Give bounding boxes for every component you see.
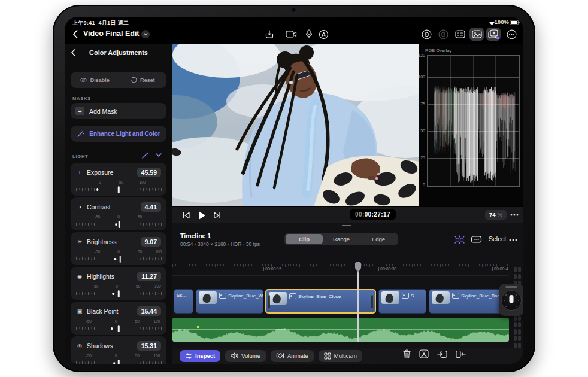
back-button[interactable] — [72, 30, 78, 38]
control-value[interactable]: 45.59 — [137, 168, 161, 177]
volume-button[interactable]: Volume — [225, 350, 266, 362]
reset-label: Reset — [140, 77, 155, 83]
light-collapse-chevron[interactable] — [156, 153, 162, 157]
overwrite-mode-icon[interactable] — [471, 235, 482, 244]
panel-resize-handle[interactable] — [342, 225, 351, 229]
control-value[interactable]: 11.27 — [137, 272, 161, 281]
photo-icon — [219, 293, 226, 299]
control-slider[interactable]: -50050100 — [76, 354, 161, 364]
clip-name: Sk… — [177, 293, 187, 298]
clip-name: S… — [402, 293, 419, 299]
light-control-brightness[interactable]: ☀ Brightness 9.07 -50050100 — [71, 232, 166, 265]
playhead-handle[interactable] — [354, 262, 362, 273]
inspector-panel-icon[interactable] — [453, 28, 467, 41]
control-name: Brightness — [87, 238, 137, 245]
control-slider[interactable]: -50050 — [76, 215, 161, 228]
audio-clip[interactable] — [172, 318, 509, 342]
control-value[interactable]: 9.07 — [141, 237, 161, 247]
microphone-icon[interactable] — [302, 28, 316, 41]
timeline-clip[interactable]: Skyline_Blue_Backgrou — [429, 289, 508, 314]
timeline-clip[interactable]: S… — [378, 289, 426, 314]
multicam-button[interactable]: Multicam — [319, 350, 362, 362]
slider-thumb[interactable] — [118, 186, 120, 193]
redo-icon[interactable] — [436, 28, 450, 41]
timeline-more-icon[interactable] — [509, 239, 517, 241]
battery-icon — [510, 20, 520, 25]
video-preview[interactable] — [172, 44, 419, 206]
magnetic-timeline-icon[interactable] — [454, 235, 465, 244]
light-autoenhance-icon[interactable] — [141, 151, 149, 159]
light-controls-list: ± Exposure 45.59 050100 ◑ Contrast 4.41 … — [71, 163, 166, 364]
light-control-shadows[interactable]: ◎ Shadows 15.31 -50050100 — [71, 336, 166, 364]
trim-handle-right[interactable] — [371, 295, 373, 308]
control-slider[interactable]: -50050100 — [76, 250, 161, 263]
control-value[interactable]: 15.44 — [137, 306, 161, 316]
control-value[interactable]: 4.41 — [141, 202, 161, 212]
light-control-exposure[interactable]: ± Exposure 45.59 050100 — [71, 163, 166, 196]
slider-default-dot — [115, 223, 117, 226]
reset-button[interactable]: Reset — [119, 77, 167, 83]
select-tool-label[interactable]: Select — [489, 235, 506, 242]
timeline-clip[interactable]: Skyline_Blue_Close — [265, 289, 376, 314]
slider-thumb[interactable] — [119, 221, 120, 228]
enhance-button[interactable]: Enhance Light and Color — [71, 126, 166, 142]
light-control-black-point[interactable]: ▣ Black Point 15.44 -50050100 — [71, 302, 166, 335]
disable-button[interactable]: Disable — [71, 77, 119, 83]
control-slider[interactable]: -50050100 — [76, 319, 161, 332]
effects-icon[interactable] — [486, 28, 501, 41]
timeline-clip[interactable]: Skyline_Blue_Wide — [196, 289, 263, 314]
clip-thumbnail — [269, 292, 287, 305]
animate-button[interactable]: Animate — [271, 350, 314, 362]
timeline-ruler[interactable]: 00:00:1500:00:3000:00:4 — [172, 263, 509, 276]
video-frame — [172, 44, 419, 206]
project-title[interactable]: Video Final Edit — [83, 29, 140, 38]
split-clip-icon[interactable] — [419, 349, 429, 358]
skip-back-icon[interactable] — [183, 212, 190, 218]
timeline-name[interactable]: Timeline 1 — [180, 232, 211, 239]
timeline-meta: 00:54 · 3840 × 2160 · HDR · 30 fps — [180, 241, 260, 247]
more-menu-icon[interactable] — [504, 28, 519, 41]
status-time-date: 上午9:41 4月1日 週二 — [72, 19, 129, 27]
play-button[interactable] — [198, 211, 205, 220]
ruler-timecode-label: 00:00:30 — [378, 267, 396, 271]
control-slider[interactable]: 050100 — [76, 180, 161, 193]
record-video-icon[interactable] — [284, 28, 298, 41]
jog-dial[interactable] — [501, 290, 522, 311]
control-icon: ± — [76, 169, 83, 175]
multicam-icon — [324, 352, 331, 360]
insert-clip-icon[interactable] — [437, 350, 447, 358]
control-icon: ▣ — [76, 308, 83, 314]
append-clip-icon[interactable] — [456, 350, 466, 358]
control-slider[interactable]: -50050100 — [76, 284, 161, 297]
page: 上午9:41 4月1日 週二 100% Video Final Edit — [0, 0, 588, 377]
playhead-line[interactable] — [357, 264, 359, 342]
timeline-clip[interactable]: Sk… — [174, 289, 193, 314]
slider-thumb[interactable] — [118, 325, 120, 332]
control-value[interactable]: 15.31 — [137, 341, 161, 351]
slider-thumb[interactable] — [120, 256, 122, 263]
delete-icon[interactable] — [403, 349, 411, 358]
inspect-button[interactable]: Inspect — [180, 350, 220, 362]
add-mask-button[interactable]: + Add Mask — [71, 103, 166, 119]
slider-thumb[interactable] — [118, 290, 120, 297]
slider-thumb[interactable] — [118, 360, 120, 364]
viewer-zoom-control[interactable]: 74% — [485, 210, 507, 220]
light-control-contrast[interactable]: ◑ Contrast 4.41 -50050 — [71, 197, 166, 230]
mode-clip[interactable]: Clip — [286, 234, 323, 244]
color-adjustments-panel: Color Adjustments Disable Reset MASKS + — [65, 44, 173, 364]
viewer-more-icon[interactable] — [510, 214, 519, 216]
pencil-tool-icon[interactable] — [316, 28, 331, 41]
skip-forward-icon[interactable] — [214, 212, 220, 218]
trim-handle-left[interactable] — [268, 295, 270, 308]
mode-range[interactable]: Range — [323, 234, 360, 244]
media-browser-icon[interactable] — [469, 28, 484, 41]
undo-icon[interactable] — [419, 28, 434, 41]
project-title-chevron[interactable] — [141, 30, 150, 38]
status-time: 上午9:41 — [72, 20, 95, 26]
timecode-display: 00:00:27:17 — [350, 209, 396, 220]
mode-edge[interactable]: Edge — [360, 234, 397, 244]
light-control-highlights[interactable]: ◉ Highlights 11.27 -50050100 — [71, 267, 166, 300]
jog-wheel[interactable] — [499, 284, 523, 316]
import-icon[interactable] — [262, 28, 277, 41]
jog-grab-handle[interactable] — [505, 286, 517, 288]
